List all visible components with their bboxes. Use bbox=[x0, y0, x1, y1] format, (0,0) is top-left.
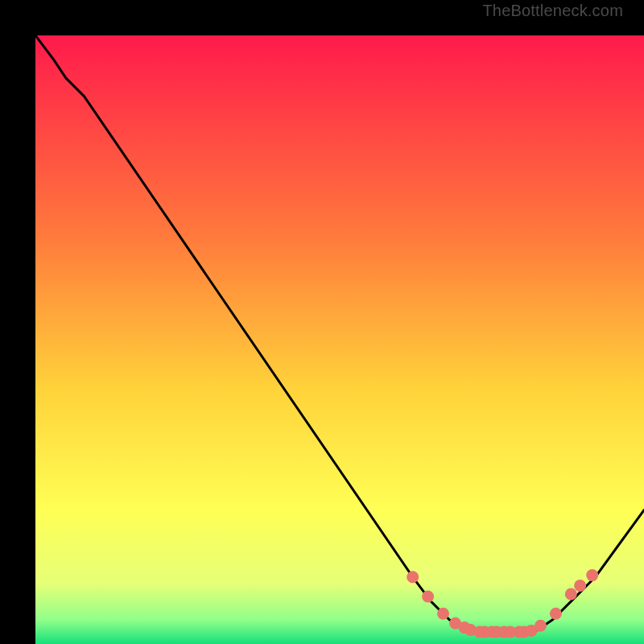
highlight-dot bbox=[550, 608, 562, 620]
highlight-dot bbox=[422, 591, 434, 603]
bottleneck-chart bbox=[35, 35, 644, 644]
highlight-dot bbox=[565, 588, 577, 601]
highlight-dot bbox=[437, 608, 449, 620]
highlight-dot bbox=[407, 571, 419, 583]
highlight-dot bbox=[574, 580, 586, 592]
highlight-dot bbox=[586, 569, 598, 581]
chart-frame bbox=[18, 18, 626, 626]
highlight-dot bbox=[535, 620, 547, 632]
attribution-text: TheBottleneck.com bbox=[482, 2, 623, 20]
gradient-background bbox=[35, 35, 644, 644]
